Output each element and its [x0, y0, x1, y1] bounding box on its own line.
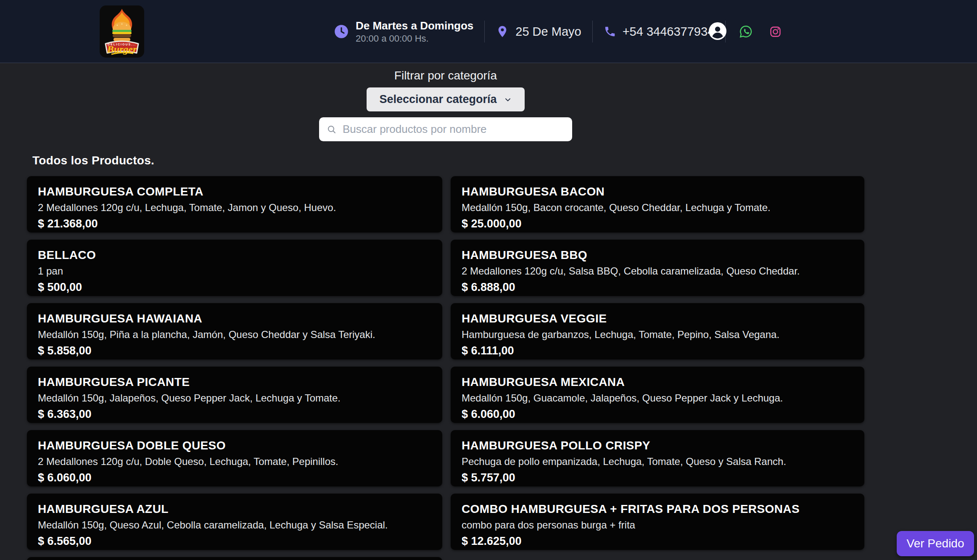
product-description: Medallón 150g, Piña a la plancha, Jamón,… [38, 329, 431, 340]
product-card[interactable]: HAMBURGUESA POLLO CRISPY Pechuga de poll… [451, 430, 864, 486]
product-card[interactable]: HAMBURGUESA VEGGIE Hamburguesa de garban… [451, 303, 864, 359]
product-description: 2 Medallones 120g c/u, Salsa BBQ, Ceboll… [462, 265, 853, 277]
phone-text: +54 3446377934 [623, 25, 715, 39]
products-heading: Todos los Productos. [32, 154, 154, 167]
product-card[interactable]: HAMBURGUESA DOBLE QUESO 2 Medallones 120… [27, 430, 442, 486]
product-description: Medallón 150g, Jalapeños, Queso Pepper J… [38, 392, 431, 404]
category-select-label: Seleccionar categoría [379, 93, 496, 106]
product-price: $ 12.625,00 [462, 535, 853, 548]
product-price: $ 5.858,00 [38, 344, 431, 357]
location-info: 25 De Mayo [496, 25, 581, 39]
product-name: HAMBURGUESA HAWAIANA [38, 312, 431, 325]
product-price: $ 6.363,00 [38, 408, 431, 421]
product-card[interactable]: HAMBURGUESA MEXICANA Medallón 150g, Guac… [451, 367, 864, 423]
product-card[interactable]: HAMBURGUESA PICANTE Medallón 150g, Jalap… [27, 367, 442, 423]
product-name: HAMBURGUESA POLLO CRISPY [462, 439, 853, 452]
product-name: HAMBURGUESA PICANTE [38, 375, 431, 389]
product-name: HAMBURGUESA MEXICANA [462, 375, 853, 389]
clock-icon [333, 24, 349, 40]
product-card[interactable]: HAMBURGUESA COMPLETA 2 Medallones 120g c… [27, 176, 442, 232]
category-select-button[interactable]: Seleccionar categoría [367, 87, 524, 111]
product-name: HAMBURGUESA COMPLETA [38, 185, 431, 198]
header-divider [484, 21, 485, 42]
account-icon [709, 22, 726, 40]
brand-logo[interactable]: DELICIOUS... Burger [100, 5, 144, 58]
product-description: Medallón 150g, Bacon crocante, Queso Che… [462, 202, 853, 213]
schedule-hours: 20:00 a 00:00 Hs. [356, 34, 473, 44]
product-card[interactable]: HAMBURGUESA BBQ 2 Medallones 120g c/u, S… [451, 240, 864, 296]
product-price: $ 6.060,00 [462, 408, 853, 421]
product-card-partial[interactable] [27, 557, 442, 560]
product-description: 2 Medallones 120g c/u, Lechuga, Tomate, … [38, 202, 431, 213]
search-input[interactable] [342, 122, 565, 136]
whatsapp-icon[interactable] [737, 22, 755, 41]
header-divider [592, 21, 593, 42]
search-box [319, 117, 572, 141]
product-card[interactable]: HAMBURGUESA BACON Medallón 150g, Bacon c… [451, 176, 864, 232]
product-price: $ 21.368,00 [38, 217, 431, 230]
product-description: Medallón 150g, Guacamole, Jalapeños, Que… [462, 392, 853, 404]
phone-icon [604, 25, 616, 38]
product-name: COMBO HAMBURGUESA + FRITAS PARA DOS PERS… [462, 502, 853, 516]
product-card[interactable]: COMBO HAMBURGUESA + FRITAS PARA DOS PERS… [451, 494, 864, 550]
filter-title: Filtrar por categoría [319, 69, 572, 83]
product-price: $ 6.111,00 [462, 344, 853, 357]
view-order-button[interactable]: Ver Pedido [897, 531, 974, 556]
product-description: combo para dos personas burga + frita [462, 519, 853, 531]
product-card[interactable]: HAMBURGUESA AZUL Medallón 150g, Queso Az… [27, 494, 442, 550]
chevron-down-icon [504, 95, 512, 104]
header: DELICIOUS... Burger De Martes a Domingos… [0, 0, 977, 63]
account-avatar[interactable] [709, 22, 726, 40]
product-price: $ 25.000,00 [462, 217, 853, 230]
schedule-days: De Martes a Domingos [356, 19, 473, 32]
product-card[interactable]: BELLACO 1 pan $ 500,00 [27, 240, 442, 296]
product-price: $ 5.757,00 [462, 471, 853, 484]
schedule-info: De Martes a Domingos 20:00 a 00:00 Hs. [333, 19, 473, 44]
product-price: $ 6.565,00 [38, 535, 431, 548]
product-name: HAMBURGUESA BBQ [462, 248, 853, 262]
product-description: 2 Medallones 120g c/u, Doble Queso, Lech… [38, 456, 431, 467]
product-name: HAMBURGUESA DOBLE QUESO [38, 439, 431, 452]
product-price: $ 6.888,00 [462, 281, 853, 294]
product-price: $ 500,00 [38, 281, 431, 294]
instagram-icon[interactable] [766, 22, 784, 41]
product-price: $ 6.060,00 [38, 471, 431, 484]
phone-info: +54 3446377934 [604, 25, 715, 39]
product-description: Medallón 150g, Queso Azul, Cebolla caram… [38, 519, 431, 531]
product-description: Hamburguesa de garbanzos, Lechuga, Tomat… [462, 329, 853, 340]
product-description: 1 pan [38, 265, 431, 277]
location-text: 25 De Mayo [515, 25, 581, 39]
product-name: HAMBURGUESA VEGGIE [462, 312, 853, 325]
product-name: BELLACO [38, 248, 431, 262]
products-grid: HAMBURGUESA COMPLETA 2 Medallones 120g c… [27, 176, 864, 560]
search-icon [327, 124, 337, 135]
product-name: HAMBURGUESA AZUL [38, 502, 431, 516]
location-pin-icon [496, 25, 509, 38]
product-card[interactable]: HAMBURGUESA HAWAIANA Medallón 150g, Piña… [27, 303, 442, 359]
product-description: Pechuga de pollo empanizada, Lechuga, To… [462, 456, 853, 467]
burger-logo-icon: DELICIOUS... Burger [100, 5, 144, 58]
product-name: HAMBURGUESA BACON [462, 185, 853, 198]
